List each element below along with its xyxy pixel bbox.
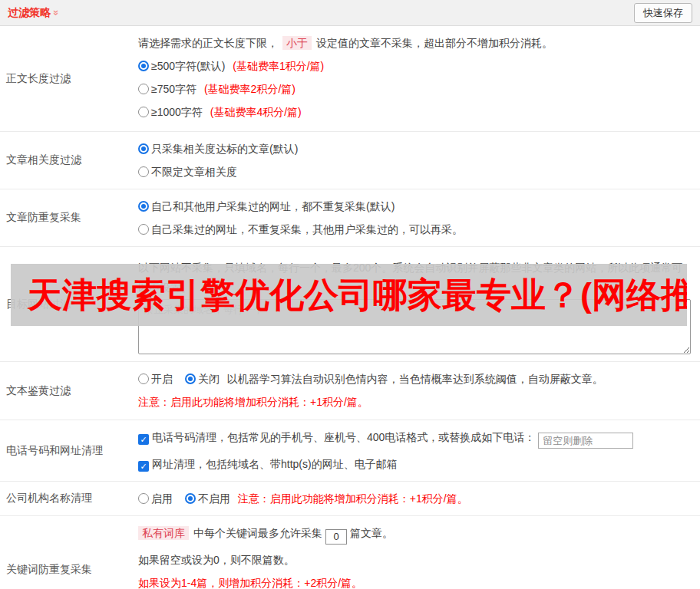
- row-url-dedup: 文章防重复采集 自己和其他用户采集过的网址，都不重复采集(默认) 自己采集过的网…: [0, 189, 700, 247]
- body-length-intro: 请选择需求的正文长度下限，小于设定值的文章不采集，超出部分不增加积分消耗。: [138, 35, 694, 51]
- porn-filter-cost-note: 注意：启用此功能将增加积分消耗：+1积分/篇。: [138, 394, 694, 410]
- top-bar: 过滤策略 » 快速保存: [0, 0, 700, 26]
- porn-filter-option-off[interactable]: 关闭: [185, 373, 220, 385]
- page-title-text: 过滤策略: [8, 6, 51, 20]
- radio-selected-icon[interactable]: [185, 493, 196, 504]
- porn-filter-content: 开启 关闭 以机器学习算法自动识别色情内容，当色情概率达到系统阈值，自动屏蔽文章…: [138, 362, 700, 420]
- quick-save-button[interactable]: 快速保存: [634, 3, 692, 23]
- body-length-label: 正文长度过滤: [0, 26, 138, 131]
- url-clean-option[interactable]: ✓网址清理，包括纯域名、带http(s)的网址、电子邮箱: [138, 456, 694, 472]
- checkbox-label: 网址清理，包括纯域名、带http(s)的网址、电子邮箱: [152, 458, 398, 470]
- option-fee-note: (基础费率4积分/篇): [210, 106, 302, 118]
- option-text: 开启: [151, 373, 173, 385]
- option-text: 只采集相关度达标的文章(默认): [151, 143, 298, 155]
- keyword-rule-1-4: 如果设为1-4篇，则增加积分消耗：+2积分/篇。: [138, 575, 694, 589]
- radio-unselected-icon[interactable]: [138, 493, 149, 504]
- option-text: ≥1000字符: [151, 106, 203, 118]
- option-fee-note: (基础费率1积分/篇): [233, 60, 324, 72]
- replacement-phone-input[interactable]: [538, 433, 633, 449]
- chevron-down-icon: »: [51, 10, 62, 15]
- radio-selected-icon[interactable]: [138, 201, 149, 212]
- row-keyword-dedup: 关键词防重复采集 私有词库中每个关键词最多允许采集篇文章。 如果留空或设为0，则…: [0, 516, 700, 589]
- body-length-content: 请选择需求的正文长度下限，小于设定值的文章不采集，超出部分不增加积分消耗。 ≥5…: [138, 26, 700, 131]
- relevance-content: 只采集相关度达标的文章(默认) 不限定文章相关度: [138, 132, 700, 189]
- private-lexicon-highlight: 私有词库: [138, 526, 189, 540]
- company-clean-options: 启用 不启用 注意：启用此功能将增加积分消耗：+1积分/篇。: [138, 491, 694, 506]
- option-text: ≥750字符: [151, 83, 196, 95]
- keyword-dedup-label: 关键词防重复采集: [0, 516, 138, 589]
- url-dedup-content: 自己和其他用户采集过的网址，都不重复采集(默认) 自己采集过的网址，不重复采集，…: [138, 189, 700, 246]
- checkbox-checked-icon[interactable]: ✓: [138, 461, 149, 472]
- radio-selected-icon[interactable]: [138, 143, 149, 154]
- relevance-option-strict[interactable]: 只采集相关度达标的文章(默认): [138, 141, 694, 156]
- option-text: 自己和其他用户采集过的网址，都不重复采集(默认): [151, 200, 395, 212]
- checkbox-label: 电话号码清理，包括常见的手机号、座机号、400电话格式，或替换成如下电话：: [152, 431, 535, 443]
- radio-unselected-icon[interactable]: [138, 107, 149, 117]
- company-clean-option-on[interactable]: 启用: [138, 492, 173, 505]
- relevance-option-any[interactable]: 不限定文章相关度: [138, 164, 694, 179]
- porn-filter-options: 开启 关闭 以机器学习算法自动识别色情内容，当色情概率达到系统阈值，自动屏蔽文章…: [138, 371, 694, 387]
- page-title[interactable]: 过滤策略 »: [8, 6, 59, 20]
- phone-clean-option[interactable]: ✓电话号码清理，包括常见的手机号、座机号、400电话格式，或替换成如下电话：: [138, 429, 694, 449]
- company-clean-option-off[interactable]: 不启用: [185, 492, 230, 505]
- radio-unselected-icon[interactable]: [138, 224, 149, 235]
- radio-unselected-icon[interactable]: [138, 84, 149, 94]
- porn-filter-description: 以机器学习算法自动识别色情内容，当色情概率达到系统阈值，自动屏蔽文章。: [227, 373, 603, 385]
- checkbox-checked-icon[interactable]: ✓: [138, 434, 149, 445]
- company-clean-content: 启用 不启用 注意：启用此功能将增加积分消耗：+1积分/篇。: [138, 482, 700, 515]
- body-length-option-750[interactable]: ≥750字符 (基础费率2积分/篇): [138, 81, 694, 97]
- limit-line-text: 中每个关键词最多允许采集: [193, 527, 322, 539]
- radio-selected-icon[interactable]: [138, 61, 149, 71]
- option-text: ≥500字符(默认): [151, 60, 225, 72]
- company-clean-label: 公司机构名称清理: [0, 482, 138, 515]
- phone-url-label: 电话号码和网址清理: [0, 420, 138, 481]
- porn-filter-label: 文本鉴黄过滤: [0, 362, 138, 420]
- intro-prefix: 请选择需求的正文长度下限，: [138, 37, 278, 49]
- row-porn-filter: 文本鉴黄过滤 开启 关闭 以机器学习算法自动识别色情内容，当色情概率达到系统阈值…: [0, 362, 700, 420]
- option-text: 不启用: [198, 492, 230, 505]
- keyword-max-count-input[interactable]: [325, 529, 347, 545]
- radio-unselected-icon[interactable]: [138, 373, 149, 384]
- row-relevance-filter: 文章相关度过滤 只采集相关度达标的文章(默认) 不限定文章相关度: [0, 132, 700, 189]
- body-length-option-500[interactable]: ≥500字符(默认) (基础费率1积分/篇): [138, 58, 694, 74]
- option-text: 启用: [151, 492, 173, 505]
- company-clean-cost-note: 注意：启用此功能将增加积分消耗：+1积分/篇。: [238, 492, 468, 505]
- relevance-label: 文章相关度过滤: [0, 132, 138, 189]
- url-dedup-option-self[interactable]: 自己采集过的网址，不重复采集，其他用户采集过的，可以再采。: [138, 222, 694, 237]
- keyword-rule-zero: 如果留空或设为0，则不限篇数。: [138, 552, 694, 568]
- watermark-overlay-banner: 天津搜索引擎优化公司哪家最专业？(网络推: [11, 264, 687, 326]
- radio-unselected-icon[interactable]: [138, 166, 149, 177]
- option-text: 不限定文章相关度: [151, 166, 237, 178]
- row-phone-url-clean: 电话号码和网址清理 ✓电话号码清理，包括常见的手机号、座机号、400电话格式，或…: [0, 420, 700, 482]
- filter-strategy-page: 过滤策略 » 快速保存 正文长度过滤 请选择需求的正文长度下限，小于设定值的文章…: [0, 0, 700, 589]
- keyword-limit-line: 私有词库中每个关键词最多允许采集篇文章。: [138, 525, 694, 545]
- limit-line-suffix: 篇文章。: [350, 527, 393, 539]
- less-than-highlight: 小于: [282, 36, 312, 50]
- option-fee-note: (基础费率2积分/篇): [204, 83, 296, 95]
- porn-filter-option-on[interactable]: 开启: [138, 373, 173, 385]
- body-length-option-1000[interactable]: ≥1000字符 (基础费率4积分/篇): [138, 104, 694, 120]
- watermark-text: 天津搜索引擎优化公司哪家最专业？(网络推: [11, 272, 687, 318]
- url-dedup-label: 文章防重复采集: [0, 189, 138, 246]
- keyword-dedup-content: 私有词库中每个关键词最多允许采集篇文章。 如果留空或设为0，则不限篇数。 如果设…: [138, 516, 700, 589]
- option-text: 关闭: [198, 373, 220, 385]
- phone-url-content: ✓电话号码清理，包括常见的手机号、座机号、400电话格式，或替换成如下电话： ✓…: [138, 420, 700, 481]
- radio-selected-icon[interactable]: [185, 373, 196, 384]
- url-dedup-option-global[interactable]: 自己和其他用户采集过的网址，都不重复采集(默认): [138, 199, 694, 214]
- option-text: 自己采集过的网址，不重复采集，其他用户采集过的，可以再采。: [151, 223, 463, 235]
- row-body-length-filter: 正文长度过滤 请选择需求的正文长度下限，小于设定值的文章不采集，超出部分不增加积…: [0, 26, 700, 132]
- row-company-name-clean: 公司机构名称清理 启用 不启用 注意：启用此功能将增加积分消耗：+1积分/篇。: [0, 482, 700, 516]
- intro-suffix: 设定值的文章不采集，超出部分不增加积分消耗。: [316, 37, 553, 49]
